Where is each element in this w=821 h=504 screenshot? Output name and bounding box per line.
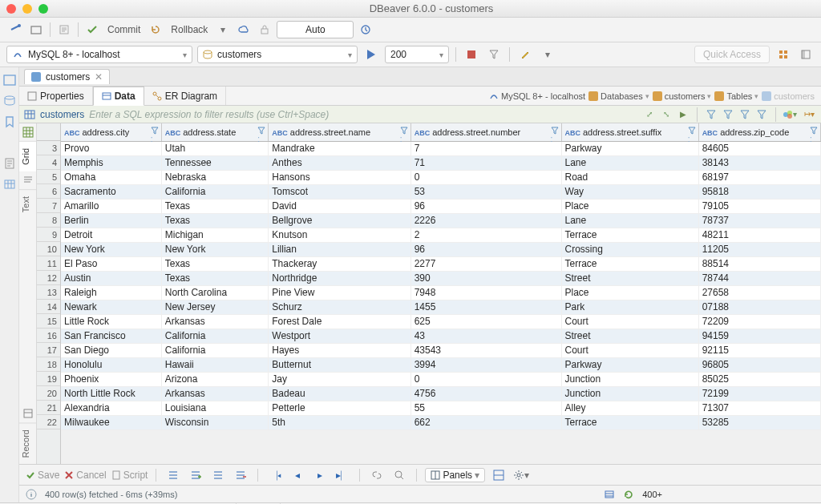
cell[interactable]: Jay — [269, 372, 410, 386]
row-number[interactable]: 11 — [37, 256, 60, 271]
cell[interactable]: Westport — [269, 329, 410, 343]
tab-er-diagram[interactable]: ER Diagram — [144, 87, 226, 105]
presentation-grid[interactable]: Grid — [19, 141, 36, 171]
cell[interactable]: Northridge — [269, 271, 410, 285]
new-connection-icon[interactable] — [6, 21, 24, 38]
tab-properties[interactable]: Properties — [19, 87, 93, 105]
table-row[interactable]: AlexandriaLouisianaPetterle55Alley71307 — [61, 401, 821, 415]
cell[interactable]: 662 — [410, 415, 561, 429]
cell[interactable]: 88514 — [698, 256, 820, 271]
maximize-window-button[interactable] — [38, 4, 48, 14]
cell[interactable]: Forest Dale — [269, 314, 410, 329]
cell[interactable]: Omaha — [61, 170, 161, 184]
row-number[interactable]: 5 — [37, 170, 60, 184]
cell[interactable]: Memphis — [61, 155, 161, 170]
cell[interactable]: Provo — [61, 141, 161, 155]
filter-tool-3-icon[interactable] — [738, 107, 752, 122]
cell[interactable]: Honolulu — [61, 357, 161, 372]
cell[interactable]: 96 — [410, 199, 561, 213]
cell[interactable]: 72209 — [698, 314, 820, 329]
cell[interactable]: California — [161, 184, 269, 199]
row-number[interactable]: 12 — [37, 271, 60, 285]
cell[interactable]: Alexandria — [61, 401, 161, 415]
scripts-view-icon[interactable] — [3, 157, 16, 170]
cell[interactable]: Parkway — [561, 357, 698, 372]
column-header[interactable]: ABCaddress.street.suffix : — [561, 123, 698, 141]
cell[interactable]: David — [269, 199, 410, 213]
cell[interactable]: Milwaukee — [61, 415, 161, 429]
table-row[interactable]: NewarkNew JerseySchurz1455Park07188 — [61, 300, 821, 314]
cell[interactable]: California — [161, 343, 269, 357]
row-number[interactable]: 17 — [37, 343, 60, 357]
cell[interactable]: Detroit — [61, 228, 161, 242]
cell[interactable]: El Paso — [61, 256, 161, 271]
cell[interactable]: Austin — [61, 271, 161, 285]
cell[interactable]: Place — [561, 199, 698, 213]
table-row[interactable]: New YorkNew YorkLillian96Crossing11205 — [61, 242, 821, 256]
cell[interactable]: Terrace — [561, 228, 698, 242]
rollback-label[interactable]: Rollback — [168, 24, 211, 35]
cell[interactable]: 0 — [410, 170, 561, 184]
projects-view-icon[interactable] — [3, 95, 16, 107]
table-row[interactable]: North Little RockArkansasBadeau4756Junct… — [61, 386, 821, 401]
table-row[interactable]: OmahaNebraskaHansons0Road68197 — [61, 170, 821, 184]
close-tab-icon[interactable]: ✕ — [95, 71, 103, 83]
filter-icon[interactable] — [485, 46, 503, 63]
tab-data[interactable]: Data — [93, 87, 144, 106]
collapse-icon[interactable]: ⤡ — [659, 107, 673, 122]
row-number[interactable]: 19 — [37, 372, 60, 386]
cell[interactable]: Street — [561, 271, 698, 285]
cell[interactable]: 625 — [410, 314, 561, 329]
stop-icon[interactable] — [463, 46, 480, 63]
sql-editor-icon[interactable] — [55, 21, 73, 38]
cell[interactable]: 38143 — [698, 155, 820, 170]
cell[interactable]: 78744 — [698, 271, 820, 285]
row-number[interactable]: 10 — [37, 242, 60, 256]
table-row[interactable]: El PasoTexasThackeray2277Terrace88514 — [61, 256, 821, 271]
cell[interactable]: Badeau — [269, 386, 410, 401]
cell[interactable]: 2226 — [410, 213, 561, 228]
autocommit-mode[interactable]: Auto — [277, 21, 354, 38]
cell[interactable]: North Carolina — [161, 285, 269, 300]
commit-label[interactable]: Commit — [104, 24, 144, 35]
cell[interactable]: Mandrake — [269, 141, 410, 155]
cell[interactable]: 7 — [410, 141, 561, 155]
cell[interactable]: Louisiana — [161, 401, 269, 415]
settings-gear-icon[interactable]: ▾ — [512, 466, 530, 484]
cell[interactable]: Berlin — [61, 213, 161, 228]
table-row[interactable]: San DiegoCaliforniaHayes43543Court92115 — [61, 343, 821, 357]
next-page-icon[interactable]: ▸ — [311, 466, 329, 484]
cell[interactable]: Tennessee — [161, 155, 269, 170]
cell[interactable]: Hayes — [269, 343, 410, 357]
zoom-icon[interactable] — [390, 466, 408, 484]
cell[interactable]: 48211 — [698, 228, 820, 242]
breadcrumb-schema[interactable]: customers▾ — [653, 91, 712, 101]
cell[interactable]: Lillian — [269, 242, 410, 256]
cell[interactable]: 2277 — [410, 256, 561, 271]
color-settings-icon[interactable]: ▾ — [783, 107, 797, 122]
prev-page-icon[interactable]: ◂ — [289, 466, 306, 484]
cell[interactable]: 94159 — [698, 329, 820, 343]
delete-row-icon[interactable] — [232, 466, 249, 484]
cell[interactable]: 53285 — [698, 415, 820, 429]
minimize-window-button[interactable] — [22, 4, 32, 14]
cell[interactable]: Street — [561, 329, 698, 343]
layout-icon[interactable] — [490, 466, 508, 484]
quick-access[interactable]: Quick Access — [694, 46, 770, 63]
cell[interactable]: 5th — [269, 415, 410, 429]
breadcrumb-connection[interactable]: MySQL 8+ - localhost — [489, 91, 585, 101]
cell[interactable]: Junction — [561, 386, 698, 401]
cell[interactable]: 95818 — [698, 184, 820, 199]
cell[interactable]: 0 — [410, 372, 561, 386]
duplicate-row-icon[interactable] — [209, 466, 227, 484]
cell[interactable]: New York — [161, 242, 269, 256]
cell[interactable]: 78737 — [698, 213, 820, 228]
cell[interactable]: Crossing — [561, 242, 698, 256]
cell[interactable]: 84605 — [698, 141, 820, 155]
cell[interactable]: 85025 — [698, 372, 820, 386]
cell[interactable]: Arkansas — [161, 386, 269, 401]
row-number[interactable]: 3 — [37, 141, 60, 155]
add-row-icon[interactable] — [187, 466, 204, 484]
last-page-icon[interactable]: ▸⎸ — [334, 466, 351, 484]
cell[interactable]: 92115 — [698, 343, 820, 357]
